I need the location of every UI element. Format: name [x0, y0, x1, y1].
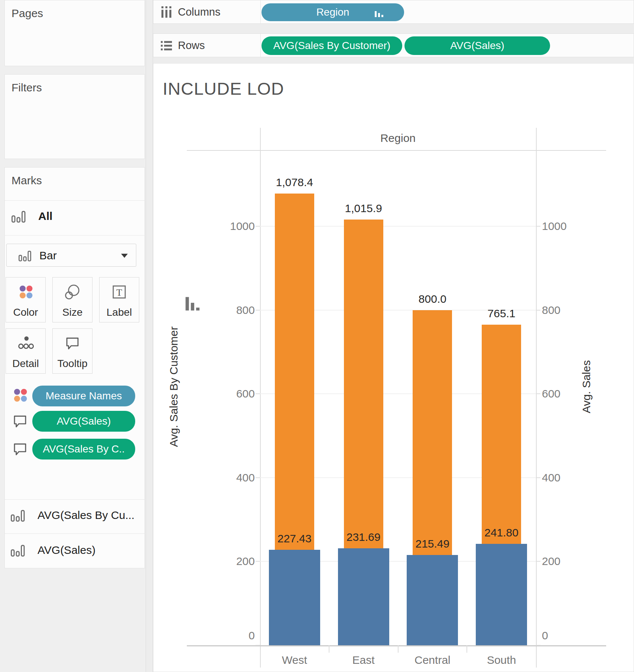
right-axis-tick: 400: [542, 471, 590, 484]
filters-card-title: Filters: [12, 81, 42, 94]
plot-area: 00200200400400600600800800100010001,078.…: [153, 64, 634, 672]
left-axis-tick: 600: [207, 387, 255, 400]
label-button-label: Label: [100, 306, 139, 318]
marks-scope-label: All: [38, 210, 52, 223]
rows-icon: [161, 40, 172, 52]
rows-shelf[interactable]: Rows AVG(Sales By Customer) AVG(Sales): [153, 33, 634, 57]
category-label-east[interactable]: East: [330, 653, 397, 667]
divider: [260, 34, 261, 57]
detail-button[interactable]: Detail: [6, 328, 46, 374]
sort-descending-icon[interactable]: [375, 9, 384, 20]
marks-pill-measure-names[interactable]: Measure Names: [32, 386, 135, 406]
right-axis-tick: 600: [542, 387, 590, 400]
mark-card-label: AVG(Sales): [38, 544, 95, 556]
detail-button-label: Detail: [6, 358, 45, 370]
size-button[interactable]: Size: [52, 277, 92, 322]
filters-card: Filters: [4, 74, 145, 159]
bar-avg-sales-by-customer--west[interactable]: [269, 550, 320, 645]
right-axis-tick: 800: [542, 303, 590, 317]
tick-mark: [256, 393, 260, 394]
category-label-central[interactable]: Central: [399, 653, 466, 667]
bar-avg-sales-by-customer--east[interactable]: [338, 548, 389, 645]
chevron-down-icon: [121, 254, 128, 258]
color-icon: [17, 283, 34, 301]
worksheet-view: INCLUDE LOD Region Avg. Sales By Custome…: [153, 63, 634, 672]
mark-card-label: AVG(Sales By Cu...: [38, 509, 134, 522]
rows-pill-avg-sales-by-customer[interactable]: AVG(Sales By Customer): [261, 36, 402, 55]
tooltip-icon: [12, 441, 29, 459]
label-button[interactable]: T Label: [99, 277, 139, 322]
marks-pill-avg-sales[interactable]: AVG(Sales): [32, 411, 135, 432]
left-axis-tick: 800: [207, 303, 255, 317]
mark-card-avg-sales-by-customer[interactable]: AVG(Sales By Cu...: [5, 499, 144, 533]
tick-mark: [536, 561, 540, 562]
tick-mark: [536, 393, 540, 394]
tick-mark: [256, 561, 260, 562]
bar-avg-sales-by-customer--central[interactable]: [407, 555, 458, 645]
marks-pill-avg-sales-by-customer[interactable]: AVG(Sales By C..: [32, 439, 135, 460]
category-tick: [466, 645, 467, 653]
tooltip-button-label: Tooltip: [53, 358, 92, 370]
category-tick: [398, 645, 399, 653]
tick-mark: [256, 310, 260, 311]
category-label-west[interactable]: West: [261, 653, 328, 667]
marks-scope-row-all[interactable]: All: [5, 200, 144, 235]
columns-shelf-label: Columns: [178, 6, 220, 18]
tick-mark: [536, 645, 540, 646]
marks-card: Marks All Bar Color: [4, 167, 145, 568]
left-axis-tick: 1000: [207, 220, 255, 233]
bar-chart-icon: [12, 209, 27, 225]
category-label-south[interactable]: South: [468, 653, 535, 667]
bar-value-label: 765.1: [464, 307, 539, 320]
svg-text:T: T: [116, 287, 122, 298]
size-button-label: Size: [53, 306, 92, 318]
divider: [5, 235, 144, 236]
right-axis-tick: 1000: [542, 220, 590, 233]
bar-value-label: 1,015.9: [326, 202, 401, 215]
category-tick: [329, 645, 329, 653]
pages-card: Pages: [4, 0, 145, 66]
left-axis-tick: 0: [207, 629, 255, 642]
pill-label: AVG(Sales By Customer): [273, 40, 390, 52]
bar-chart-icon: [11, 543, 26, 559]
tick-mark: [256, 226, 260, 227]
left-axis-tick: 200: [207, 555, 255, 568]
tick-mark: [256, 645, 260, 646]
bar-value-label: 800.0: [395, 292, 469, 306]
mark-type-label: Bar: [39, 249, 57, 262]
columns-shelf[interactable]: Columns Region: [153, 0, 634, 24]
pill-label: AVG(Sales): [450, 40, 504, 52]
mark-type-dropdown[interactable]: Bar: [6, 244, 136, 267]
bar-value-label: 231.69: [326, 530, 401, 544]
bar-value-label: 1,078.4: [257, 176, 332, 189]
label-icon: T: [111, 283, 128, 301]
divider: [260, 0, 261, 23]
tick-mark: [536, 226, 540, 227]
right-axis-tick: 0: [542, 629, 590, 642]
color-button[interactable]: Color: [6, 277, 46, 322]
mark-card-avg-sales[interactable]: AVG(Sales): [5, 533, 144, 568]
tick-mark: [536, 477, 540, 478]
tooltip-icon: [64, 335, 81, 352]
bar-value-label: 215.49: [395, 537, 469, 551]
color-icon: [12, 387, 29, 405]
pill-label: Measure Names: [46, 390, 122, 402]
sidebar-scrollbar[interactable]: [146, 0, 153, 672]
marks-card-title: Marks: [12, 174, 42, 187]
bar-value-label: 241.80: [464, 526, 539, 539]
bar-chart-icon: [11, 508, 26, 524]
bar-avg-sales-by-customer--south[interactable]: [476, 544, 527, 645]
columns-pill-region[interactable]: Region: [261, 3, 404, 21]
detail-icon: [17, 335, 34, 352]
rows-pill-avg-sales[interactable]: AVG(Sales): [404, 36, 550, 55]
tooltip-icon: [12, 413, 29, 431]
bar-chart-icon: [19, 249, 33, 263]
left-axis-tick: 400: [207, 471, 255, 484]
rows-shelf-label: Rows: [178, 39, 205, 52]
pill-label: Region: [316, 6, 349, 18]
tooltip-button[interactable]: Tooltip: [52, 328, 92, 374]
bar-value-label: 227.43: [257, 532, 332, 545]
pill-label: AVG(Sales By C..: [43, 443, 124, 455]
tick-mark: [256, 477, 260, 478]
columns-icon: [161, 6, 172, 20]
